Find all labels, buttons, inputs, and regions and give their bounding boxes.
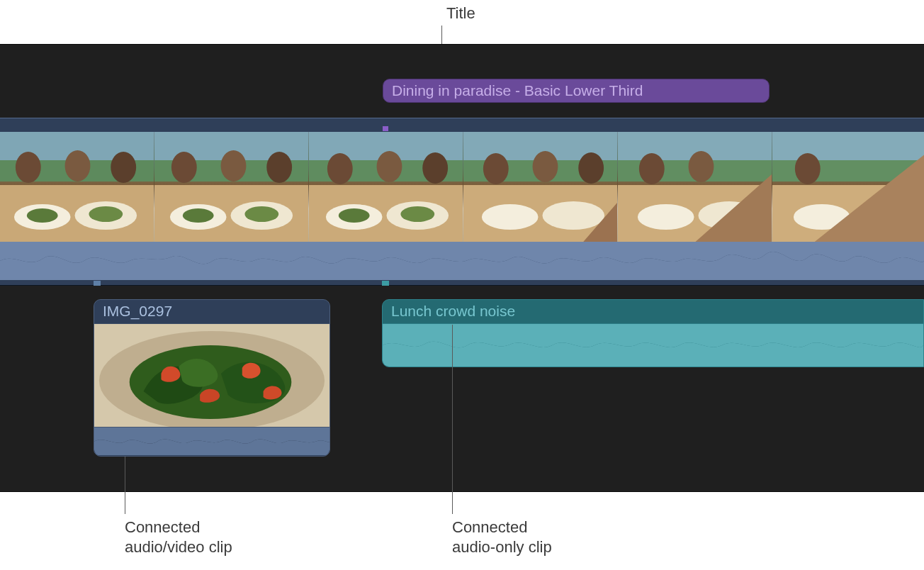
filmstrip-thumb [154, 132, 309, 242]
connected-audio-clip-label: Lunch crowd noise [383, 300, 923, 324]
svg-point-32 [483, 153, 509, 184]
svg-point-2 [16, 152, 41, 183]
svg-point-4 [111, 152, 136, 183]
annotation-title: Title [446, 4, 475, 23]
connected-video-clip-label: IMG_0297 [94, 300, 329, 324]
svg-point-13 [221, 150, 247, 181]
connection-indicator-video-clip [94, 281, 101, 286]
svg-point-40 [639, 153, 665, 184]
svg-point-34 [578, 152, 604, 184]
annotation-audio-clip-line1: Connected [452, 518, 552, 537]
storyline-audio-waveform[interactable] [0, 242, 924, 280]
connected-audio-clip-waveform [383, 324, 923, 367]
callout-line-audio-clip [452, 325, 453, 514]
annotation-av-clip-line2: audio/video clip [125, 537, 232, 557]
annotation-audio-clip-line2: audio-only clip [452, 537, 552, 557]
timeline[interactable]: Dining in paradise - Basic Lower Third [0, 44, 924, 492]
connected-video-clip-audio-waveform [94, 427, 329, 455]
svg-point-28 [339, 208, 370, 223]
primary-storyline[interactable] [0, 118, 924, 286]
svg-point-3 [65, 150, 91, 181]
filmstrip-thumb [618, 132, 772, 242]
svg-point-8 [27, 208, 58, 223]
svg-point-9 [89, 206, 123, 222]
svg-point-12 [171, 152, 197, 183]
filmstrip-thumb [309, 132, 463, 242]
svg-point-29 [400, 206, 434, 222]
filmstrip-thumb [463, 132, 618, 242]
connection-row [0, 280, 924, 286]
svg-point-24 [422, 152, 448, 184]
connected-audio-clip[interactable]: Lunch crowd noise [382, 299, 924, 367]
filmstrip-thumb [772, 132, 924, 242]
svg-point-18 [183, 208, 214, 223]
connection-indicator-title [383, 126, 388, 131]
filmstrip-thumb [0, 132, 154, 242]
svg-point-33 [533, 151, 558, 182]
storyline-header-gap [0, 118, 924, 132]
svg-point-23 [377, 151, 402, 182]
filmstrip[interactable] [0, 132, 924, 242]
callout-line-av-clip [125, 457, 125, 514]
svg-point-22 [327, 153, 353, 184]
annotation-av-clip: Connected audio/video clip [125, 518, 232, 557]
connection-indicator-audio-clip [382, 281, 389, 286]
svg-point-19 [244, 206, 278, 222]
connected-video-clip[interactable]: IMG_0297 [94, 299, 330, 457]
annotation-av-clip-line1: Connected [125, 518, 232, 537]
svg-point-41 [689, 151, 714, 182]
connected-video-clip-thumbnail [94, 324, 329, 427]
svg-point-47 [795, 153, 821, 184]
title-clip[interactable]: Dining in paradise - Basic Lower Third [383, 79, 770, 103]
svg-point-37 [542, 201, 604, 230]
annotation-audio-clip: Connected audio-only clip [452, 518, 552, 557]
svg-point-14 [266, 152, 292, 183]
svg-point-36 [482, 204, 539, 230]
svg-point-43 [638, 204, 694, 230]
